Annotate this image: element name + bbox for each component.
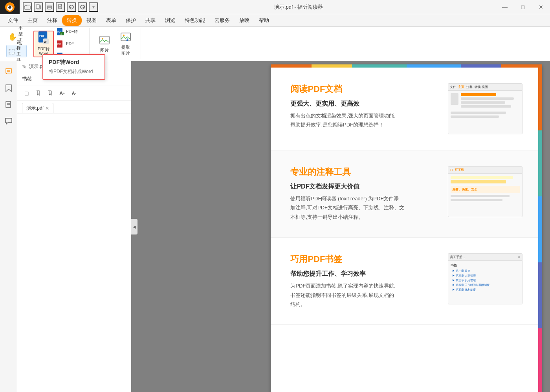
pdf-word-tooltip: PDF转Word 将PDF文档转成Word: [42, 54, 105, 80]
pdf-to-word-button[interactable]: PDF W PDF转Word: [33, 31, 54, 57]
new-file-button[interactable]: [56, 2, 65, 12]
bookmark-sidebar-icon[interactable]: [2, 81, 16, 95]
open-file-button[interactable]: [23, 2, 32, 12]
pdf-page: 阅读PDF文档 更强大、更实用、更高效 拥有出色的文档渲染效果,强大的页面管理功…: [271, 64, 542, 392]
title-bar: ▾ 演示.pdf - 福昕阅读器 — □ ✕: [0, 0, 550, 14]
select-tool-label: 选择工具: [16, 39, 25, 63]
undo-icon: [68, 4, 75, 10]
menu-annotation[interactable]: 注释: [42, 15, 62, 26]
file-tab[interactable]: 演示.pdf ✕: [22, 103, 53, 113]
maximize-button[interactable]: □: [514, 0, 532, 14]
printer-icon: [46, 4, 53, 10]
annotate-sidebar-icon[interactable]: [2, 64, 16, 79]
pdf-viewer-area: 阅读PDF文档 更强大、更实用、更高效 拥有出色的文档渲染效果,强大的页面管理功…: [131, 61, 550, 392]
svg-point-28: [102, 38, 103, 39]
svg-text:PDF: PDF: [39, 35, 45, 37]
pdf-section-2-text: 专业的注释工具 让PDF文档发挥更大价值 使用福昕PDF阅读器 (foxit r…: [290, 166, 436, 222]
image-label: 图片: [100, 48, 109, 53]
to-pdf-group: [141, 28, 150, 59]
pdf-word-icon: PDF W: [38, 31, 50, 46]
fox-logo-icon: [4, 2, 15, 13]
menu-cloud[interactable]: 云服务: [210, 15, 235, 26]
customize-button[interactable]: ▾: [89, 2, 98, 12]
pdf-section-1-title: 阅读PDF文档: [290, 83, 436, 95]
svg-text:W: W: [44, 40, 47, 44]
pdf-section-3-title: 巧用PDF书签: [290, 253, 436, 265]
minimize-button[interactable]: —: [496, 0, 514, 14]
pdf-excel-label: PDF转: [66, 29, 78, 35]
menu-bar: 文件 主页 注释 转换 视图 表单 保护 共享 浏览 特色功能 云服务 放映 帮…: [0, 14, 550, 27]
pdf-section-2: 专业的注释工具 让PDF文档发挥更大价值 使用福昕PDF阅读器 (foxit r…: [271, 150, 542, 238]
close-button[interactable]: ✕: [532, 0, 550, 14]
svg-text:PDF: PDF: [57, 43, 61, 45]
hand-icon: ✋: [8, 33, 17, 41]
bookmark-size1-button[interactable]: A+: [57, 88, 67, 98]
bookmark-size2-button[interactable]: A-: [69, 88, 79, 98]
menu-help[interactable]: 帮助: [254, 15, 274, 26]
svg-rect-6: [36, 5, 40, 8]
app-logo: [0, 0, 20, 14]
bookmark-nav2-button[interactable]: [46, 88, 55, 98]
menu-protect[interactable]: 保护: [121, 15, 141, 26]
menu-file[interactable]: 文件: [3, 15, 23, 26]
select-tool-button[interactable]: ⬚ 选择工具: [6, 45, 27, 57]
bookmark-toolbar: ◻ A+ A-: [17, 86, 131, 101]
redo-icon: [79, 4, 86, 10]
pdf-section-2-title: 专业的注释工具: [290, 166, 436, 178]
pdf-section-3-text: 巧用PDF书签 帮助您提升工作、学习效率 为PDF页面添加书签,除了实现内容的快…: [290, 253, 436, 309]
collapse-arrow-icon: ◀: [133, 225, 136, 229]
comment-sidebar-icon[interactable]: [2, 114, 16, 128]
svg-point-30: [123, 35, 125, 36]
redo-button[interactable]: [78, 2, 87, 12]
menu-forms[interactable]: 表单: [101, 15, 121, 26]
undo-button[interactable]: [67, 2, 76, 12]
pdf-button[interactable]: PDF PDF: [55, 38, 86, 49]
pdf-header-stripe: [271, 64, 542, 68]
image-button[interactable]: 图片: [94, 31, 115, 57]
print-button[interactable]: [45, 2, 54, 12]
extract-image-icon: [120, 31, 131, 44]
tooltip-title: PDF转Word: [49, 59, 99, 66]
extract-image-label: 提取图片: [121, 44, 130, 56]
edit-filepath-icon: ✎: [22, 64, 27, 70]
tooltip-desc: 将PDF文档转成Word: [49, 68, 99, 75]
menu-share[interactable]: 共享: [141, 15, 160, 26]
pdf-icon: PDF: [57, 40, 64, 48]
menu-browse[interactable]: 浏览: [160, 15, 180, 26]
duplicate-button[interactable]: [34, 2, 43, 12]
bookmark-panel: ✎ 演示.pdf 书签 ◻ A+ A- 演示.pdf ✕: [17, 61, 131, 392]
svg-rect-29: [121, 33, 130, 41]
pages-sidebar-icon[interactable]: [2, 97, 16, 112]
pdf-section-1-text: 阅读PDF文档 更强大、更实用、更高效 拥有出色的文档渲染效果,强大的页面管理功…: [290, 83, 436, 134]
folder-icon: [24, 4, 31, 10]
file-tab-name: 演示.pdf: [26, 105, 44, 112]
menu-home[interactable]: 主页: [23, 15, 42, 26]
pdf-section-1-preview: 文件 主页 注释 转换 视图: [448, 83, 522, 134]
pdf-section-2-subtitle: 让PDF文档发挥更大价值: [290, 183, 436, 191]
select-icon: ⬚: [8, 47, 15, 55]
svg-rect-4: [25, 6, 30, 9]
window-title: 演示.pdf - 福昕阅读器: [101, 4, 496, 11]
menu-convert[interactable]: 转换: [62, 15, 82, 26]
menu-features[interactable]: 特色功能: [180, 15, 210, 26]
window-controls: — □ ✕: [496, 0, 550, 14]
pdf-right-stripe: [538, 64, 542, 392]
collapse-panel-button[interactable]: ◀: [131, 219, 138, 234]
pdf-section-1: 阅读PDF文档 更强大、更实用、更高效 拥有出色的文档渲染效果,强大的页面管理功…: [271, 68, 542, 150]
image-icon: [99, 35, 110, 47]
menu-slideshow[interactable]: 放映: [235, 15, 254, 26]
bookmark-nav1-button[interactable]: [34, 88, 43, 98]
pdf-to-excel-button[interactable]: PDFX PDF转: [55, 26, 86, 37]
bookmark-label: 书签: [22, 75, 32, 82]
pdf-section-3-preview: 员工手册... ✕ 书签 ▶ 第一章 简介 ▶ 第三章 人事管理 ▶ 第三章 员…: [448, 253, 522, 304]
pdf-section-1-subtitle: 更强大、更实用、更高效: [290, 100, 436, 108]
svg-rect-27: [100, 36, 109, 44]
file-tab-close[interactable]: ✕: [45, 106, 49, 111]
menu-view[interactable]: 视图: [82, 15, 101, 26]
extract-image-button[interactable]: 提取图片: [116, 31, 136, 57]
copy-icon: [35, 4, 42, 10]
pdf-section-3: 巧用PDF书签 帮助您提升工作、学习效率 为PDF页面添加书签,除了实现内容的快…: [271, 238, 542, 325]
new-doc-icon: [57, 4, 64, 10]
bookmark-add-button[interactable]: ◻: [22, 88, 31, 98]
main-area: ✎ 演示.pdf 书签 ◻ A+ A- 演示.pdf ✕: [0, 61, 550, 392]
